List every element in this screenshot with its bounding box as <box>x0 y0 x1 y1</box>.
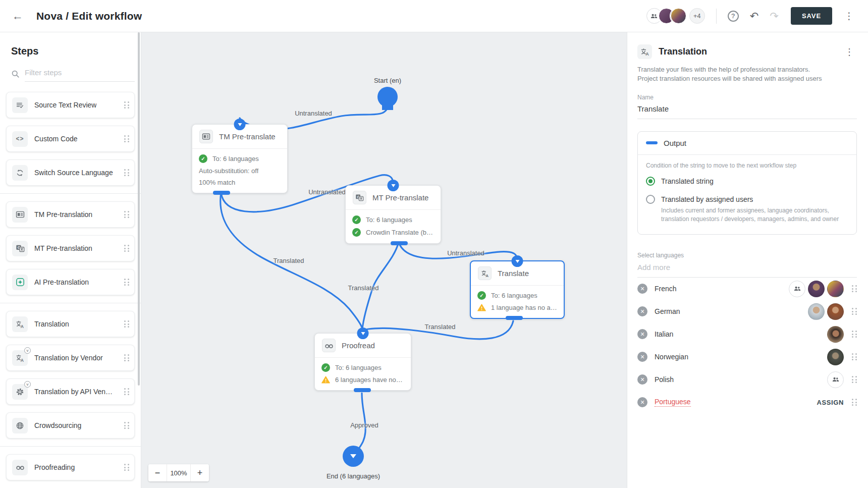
step-item-custom-code[interactable]: <> Custom Code <box>6 126 135 152</box>
warning-icon <box>477 304 486 311</box>
drag-handle[interactable] <box>124 135 129 142</box>
language-row-italian: × Italian <box>637 323 857 346</box>
save-button[interactable]: SAVE <box>791 7 832 25</box>
node-mt-pre-translate[interactable]: MT Pre-translate ✓To: 6 languages ✓Crowd… <box>345 185 441 244</box>
edge-label: Translated <box>274 257 304 264</box>
remove-language-icon[interactable]: × <box>637 352 647 362</box>
drag-handle[interactable] <box>124 279 129 286</box>
step-item-crowdsourcing[interactable]: Crowdsourcing <box>6 412 135 439</box>
drag-handle[interactable] <box>852 285 857 292</box>
translate-icon: v <box>12 350 28 366</box>
node-translate[interactable]: Translate ✓To: 6 languages 1 language ha… <box>470 260 565 319</box>
drag-handle[interactable] <box>124 422 129 429</box>
group-avatar[interactable] <box>789 281 805 297</box>
remove-language-icon[interactable]: × <box>637 374 647 385</box>
start-node[interactable] <box>377 87 398 107</box>
zoom-level: 100% <box>167 464 191 481</box>
output-connector[interactable] <box>354 388 371 392</box>
collaborator-avatars[interactable]: +4 <box>646 8 705 24</box>
sidebar-scrollbar[interactable] <box>138 32 140 386</box>
input-connector[interactable] <box>388 180 399 191</box>
drag-handle[interactable] <box>124 211 129 218</box>
avatar[interactable] <box>827 326 844 343</box>
avatar[interactable] <box>827 303 844 320</box>
remove-language-icon[interactable]: × <box>637 397 647 407</box>
assign-button[interactable]: ASSIGN <box>817 399 844 406</box>
drag-handle[interactable] <box>852 331 857 338</box>
zoom-in-button[interactable]: + <box>191 464 209 481</box>
start-node-output[interactable] <box>382 105 393 110</box>
top-bar: ← Nova / Edit workflow +4 ? ↶ ↷ SAVE ⋮ <box>0 0 868 32</box>
undo-icon[interactable]: ↶ <box>750 11 759 21</box>
panel-more-options-icon[interactable]: ⋮ <box>842 45 857 59</box>
divider <box>0 303 141 303</box>
step-item-source-text-review[interactable]: Source Text Review <box>6 92 135 118</box>
drag-handle[interactable] <box>124 101 129 109</box>
drag-handle[interactable] <box>124 245 129 252</box>
avatar <box>671 8 686 24</box>
add-language-input[interactable] <box>637 260 857 278</box>
name-input[interactable] <box>637 102 857 119</box>
zoom-out-button[interactable]: − <box>148 464 167 481</box>
more-options-icon[interactable]: ⋮ <box>841 9 857 23</box>
output-connector[interactable] <box>391 241 408 245</box>
drag-handle[interactable] <box>852 376 857 383</box>
drag-handle[interactable] <box>852 399 857 406</box>
check-icon: ✓ <box>477 291 486 300</box>
translate-icon <box>478 266 492 280</box>
drag-handle[interactable] <box>124 354 129 361</box>
step-item-ai-pre-translation[interactable]: AI Pre-translation <box>6 269 135 295</box>
radio-selected-icon[interactable] <box>646 177 655 186</box>
output-connector[interactable] <box>506 316 523 320</box>
output-card: Output Condition of the string to move t… <box>637 131 857 235</box>
step-item-translation-by-api-vendor[interactable]: v Translation by API Ven… <box>6 378 135 405</box>
input-connector[interactable] <box>512 255 523 267</box>
drag-handle[interactable] <box>124 388 129 395</box>
remove-language-icon[interactable]: × <box>637 329 647 339</box>
check-icon: ✓ <box>199 154 207 163</box>
drag-handle[interactable] <box>124 464 129 471</box>
remove-language-icon[interactable]: × <box>637 306 647 316</box>
avatar[interactable] <box>827 349 844 365</box>
divider <box>0 446 141 447</box>
input-connector[interactable] <box>234 119 246 130</box>
drag-handle[interactable] <box>852 353 857 360</box>
avatar[interactable] <box>808 303 825 320</box>
drag-handle[interactable] <box>124 169 129 176</box>
radio-translated-string[interactable]: Translated string <box>646 177 848 186</box>
step-item-proofreading[interactable]: Proofreading <box>6 454 135 480</box>
panel-title: Translation <box>659 46 707 57</box>
workflow-canvas[interactable]: Untranslated Untranslated Untranslated T… <box>141 32 627 488</box>
step-item-switch-source-language[interactable]: Switch Source Language <box>6 159 135 186</box>
input-connector[interactable] <box>357 328 369 339</box>
step-item-mt-pre-translation[interactable]: MT Pre-translation <box>6 235 135 261</box>
drag-handle[interactable] <box>852 308 857 315</box>
remove-language-icon[interactable]: × <box>637 284 647 294</box>
step-item-translation-by-vendor[interactable]: v Translation by Vendor <box>6 345 135 371</box>
output-connector[interactable] <box>213 191 230 195</box>
avatar[interactable] <box>808 281 825 297</box>
step-item-translation[interactable]: Translation <box>6 311 135 337</box>
end-node-label: End (6 languages) <box>327 472 380 480</box>
output-connector-icon <box>646 141 658 144</box>
filter-steps-input[interactable] <box>25 66 135 82</box>
edge-label: Translated <box>425 323 456 331</box>
select-languages-label: Select languages <box>637 252 857 259</box>
language-row-portuguese: × Portuguese ASSIGN <box>637 391 857 414</box>
group-avatar[interactable] <box>827 371 844 388</box>
back-button[interactable]: ← <box>11 10 24 23</box>
translate-icon <box>12 316 28 332</box>
end-node[interactable] <box>343 446 364 467</box>
node-proofread[interactable]: Proofread ✓To: 6 languages 6 languages h… <box>314 333 411 391</box>
radio-translated-by-assigned-users[interactable]: Translated by assigned users <box>646 195 848 204</box>
help-icon[interactable]: ? <box>728 11 739 22</box>
node-tm-pre-translate[interactable]: TM Pre-translate ✓To: 6 languages Auto-s… <box>192 124 288 193</box>
edge-label: Untranslated <box>447 249 484 257</box>
avatar-overflow-badge[interactable]: +4 <box>689 8 705 24</box>
avatar[interactable] <box>827 281 844 297</box>
edge-label: Untranslated <box>295 110 332 117</box>
step-item-tm-pre-translation[interactable]: TM Pre-translation <box>6 201 135 228</box>
drag-handle[interactable] <box>124 320 129 328</box>
mt-icon <box>12 241 28 256</box>
radio-unselected-icon[interactable] <box>646 195 655 204</box>
